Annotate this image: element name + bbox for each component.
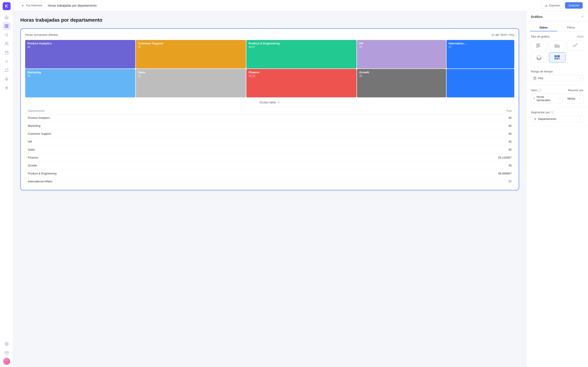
segmentar-info-icon[interactable]: i	[551, 111, 554, 114]
horas-value: Horas semanales	[537, 95, 557, 102]
valor-info-icon[interactable]: i	[538, 89, 541, 92]
table-row: International Affairs27	[25, 177, 514, 185]
chart-type-bar-horizontal[interactable]	[531, 40, 547, 50]
svg-rect-43	[534, 77, 536, 80]
time-range-value: Hoy	[538, 76, 543, 80]
sidebar-item-integrations[interactable]	[3, 66, 11, 74]
back-button[interactable]: Tus informes	[18, 2, 45, 8]
departamento-select[interactable]: Departamento	[531, 116, 584, 122]
sidebar-item-users[interactable]	[3, 40, 11, 48]
table-cell-total: 40	[340, 146, 514, 154]
segmentar-label: Segmentar por	[531, 111, 550, 114]
treemap-cell-name: Product Analytics	[27, 42, 133, 45]
sidebar-item-grid[interactable]	[3, 84, 11, 92]
svg-rect-40	[555, 58, 556, 60]
hash-icon: #	[533, 97, 535, 100]
treemap-cell[interactable]: Product Analytics40	[25, 40, 135, 68]
table-cell-total: 40	[340, 114, 514, 122]
treemap-cell[interactable]	[447, 69, 514, 97]
treemap-cell[interactable]: Internation...27	[447, 40, 514, 68]
svg-rect-27	[555, 45, 555, 48]
time-range-label: Rango de tiempo	[531, 70, 553, 73]
svg-rect-28	[556, 44, 556, 48]
treemap-cell[interactable]: HR35	[357, 40, 446, 68]
svg-rect-31	[559, 45, 560, 48]
treemap-cell-name: Sales	[138, 71, 244, 74]
valor-header: Valor i Resumir por	[531, 89, 584, 92]
table-cell-total: 27	[340, 177, 514, 185]
horas-select-row: # Horas semanales	[533, 95, 557, 102]
sidebar-item-config[interactable]	[3, 349, 11, 357]
time-range-select[interactable]: Hoy	[531, 75, 584, 81]
panel-close-button[interactable]: ×	[581, 15, 584, 18]
table-cell-dept: Customer Support	[25, 130, 340, 138]
table-cell-total: 36.666667	[340, 170, 514, 177]
chart-type-bar-vertical[interactable]	[549, 40, 565, 50]
svg-point-35	[577, 43, 578, 44]
tab-filtros[interactable]: Filtros	[557, 24, 585, 31]
chart-type-label: Tipo de gráfico	[531, 35, 550, 38]
svg-rect-26	[536, 47, 539, 48]
col-total: Total	[340, 108, 514, 114]
chart-type-treemap[interactable]	[549, 52, 565, 62]
treemap-cell-value: 40	[138, 75, 244, 77]
treemap-cell[interactable]: Marketing40	[25, 69, 135, 97]
svg-rect-30	[558, 44, 559, 48]
sidebar-item-settings[interactable]	[3, 340, 11, 348]
svg-rect-3	[5, 26, 6, 28]
treemap-cell[interactable]: Growth35	[357, 69, 446, 97]
treemap-cell-value: 35	[359, 45, 444, 49]
treemap-cell[interactable]: Finance35,14	[246, 69, 357, 97]
treemap-cell-name: Finance	[249, 71, 354, 74]
segmentar-section: Segmentar por i Departamento	[526, 107, 588, 126]
svg-rect-7	[5, 51, 8, 54]
table-toggle[interactable]: Ocultar tabla	[25, 98, 514, 106]
export-button[interactable]: Exportar	[541, 2, 563, 8]
chart-type-donut[interactable]	[531, 52, 547, 62]
departamento-select-row: Departamento	[533, 117, 556, 121]
treemap-cell-name: Customer Support	[138, 42, 244, 45]
table-cell-total: 40	[340, 122, 514, 130]
chart-type-section: Tipo de gráfico Árbol	[526, 31, 588, 66]
svg-rect-39	[557, 55, 560, 58]
table-row: Growth35	[25, 162, 514, 170]
report-area: Horas trabajadas por departamento Horas …	[13, 11, 526, 367]
panel-title: Gráfico	[531, 15, 543, 18]
app-logo[interactable]: K	[3, 2, 11, 10]
table-cell-total: 40	[340, 130, 514, 138]
svg-point-4	[5, 33, 8, 36]
treemap-cell-value: 35,14	[249, 75, 354, 77]
sidebar-item-analytics[interactable]	[3, 22, 11, 30]
table-cell-dept: Finance	[25, 154, 340, 162]
svg-point-6	[5, 42, 7, 43]
sidebar-item-calendar[interactable]	[3, 49, 11, 57]
treemap-cell[interactable]: Product & Engineering36,67	[246, 40, 357, 68]
tab-datos[interactable]: Datos	[530, 24, 557, 31]
sidebar-item-lightning[interactable]	[3, 75, 11, 83]
table-row: HR35	[25, 138, 514, 146]
topbar-actions: Exportar Guardar	[541, 2, 583, 8]
chart-type-line[interactable]	[567, 40, 584, 50]
valor-section: Valor i Resumir por # Horas semanales	[526, 85, 588, 107]
svg-rect-41	[556, 58, 558, 60]
topbar: Tus informes Horas trabajadas por depart…	[13, 0, 588, 11]
treemap: Product Analytics40Customer Support40Pro…	[25, 40, 514, 97]
table-row: Sales40	[25, 146, 514, 154]
svg-point-16	[6, 86, 7, 87]
table-cell-dept: Marketing	[25, 122, 340, 130]
save-button[interactable]: Guardar	[565, 2, 583, 8]
treemap-cell[interactable]: Customer Support40	[136, 40, 246, 68]
treemap-cell-value: 40	[27, 45, 133, 49]
horas-select[interactable]: # Horas semanales	[531, 94, 563, 103]
back-label: Tus informes	[26, 4, 42, 7]
sidebar-item-home[interactable]	[3, 13, 11, 21]
treemap-cell-name: Internation...	[449, 42, 512, 45]
treemap-cell[interactable]: Sales40	[136, 69, 246, 97]
svg-point-18	[5, 88, 6, 88]
chart-card: Horas semanales (Media) 11 abr 2024 • Ho…	[20, 28, 519, 190]
user-avatar[interactable]	[3, 358, 10, 365]
media-select[interactable]: Media	[565, 94, 584, 103]
sidebar-item-search[interactable]	[3, 31, 11, 39]
sidebar-item-reports[interactable]	[3, 58, 11, 65]
svg-point-34	[576, 44, 577, 45]
